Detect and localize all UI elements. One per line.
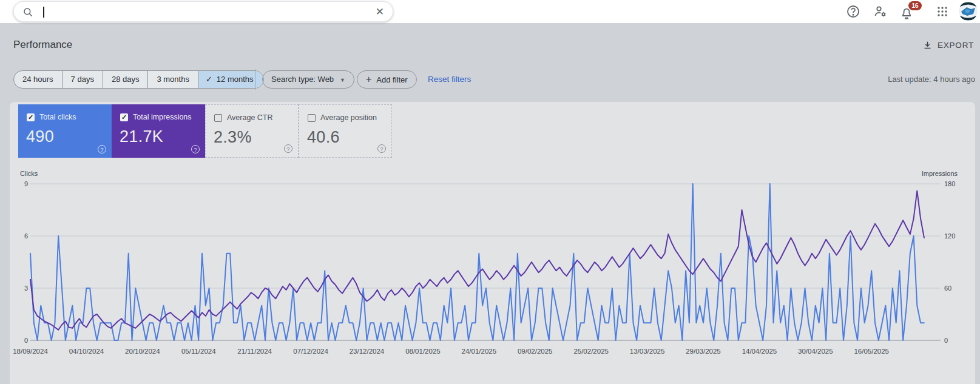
chip-3-months[interactable]: 3 months: [148, 71, 198, 88]
chevron-down-icon: ▼: [340, 77, 345, 83]
avatar[interactable]: [959, 2, 978, 21]
svg-text:20/10/2024: 20/10/2024: [125, 348, 160, 355]
property-search-bar[interactable]: ✕: [13, 1, 393, 22]
svg-text:18/09/2024: 18/09/2024: [13, 348, 48, 355]
svg-text:13/03/2025: 13/03/2025: [630, 348, 665, 355]
svg-text:21/11/2024: 21/11/2024: [237, 348, 272, 355]
performance-line-chart: 0369060120180ClicksImpressions18/09/2024…: [0, 164, 980, 373]
svg-text:Impressions: Impressions: [922, 170, 958, 177]
help-icon[interactable]: ?: [191, 145, 200, 153]
svg-text:9: 9: [24, 180, 28, 187]
plus-icon: +: [366, 74, 371, 84]
svg-text:120: 120: [944, 232, 955, 240]
chip-28-days[interactable]: 28 days: [103, 71, 149, 88]
search-console-performance-page: ✕ 16: [0, 0, 980, 384]
svg-text:25/02/2025: 25/02/2025: [573, 348, 609, 355]
svg-text:14/04/2025: 14/04/2025: [742, 348, 777, 355]
svg-text:60: 60: [944, 285, 951, 292]
chip-24-hours[interactable]: 24 hours: [14, 71, 63, 88]
user-settings-icon[interactable]: [873, 4, 888, 19]
svg-text:24/01/2025: 24/01/2025: [462, 348, 497, 355]
metric-card-average-position[interactable]: Average position 40.6 ?: [299, 104, 392, 158]
metric-label: Total clicks: [39, 113, 76, 121]
svg-text:09/02/2025: 09/02/2025: [518, 348, 553, 355]
help-icon[interactable]: ?: [98, 145, 106, 153]
metric-label: Total impressions: [133, 113, 192, 121]
checkbox-unchecked[interactable]: [308, 114, 316, 122]
chip-7-days[interactable]: 7 days: [63, 71, 103, 88]
page-title: Performance: [13, 39, 72, 51]
svg-text:08/01/2025: 08/01/2025: [405, 348, 441, 355]
checkbox-checked[interactable]: ✓: [27, 113, 35, 121]
add-filter-button[interactable]: +Add filter: [357, 70, 417, 89]
search-type-dropdown[interactable]: Search type: Web▼: [262, 70, 354, 89]
export-button[interactable]: EXPORT: [922, 36, 974, 53]
metric-value: 21.7K: [112, 121, 205, 146]
svg-text:16/05/2025: 16/05/2025: [854, 348, 889, 355]
help-icon[interactable]: [846, 4, 860, 19]
apps-grid-icon[interactable]: [935, 4, 950, 19]
svg-text:6: 6: [24, 232, 28, 240]
help-icon[interactable]: ?: [377, 144, 386, 153]
svg-text:3: 3: [24, 285, 28, 292]
top-app-bar: ✕ 16: [0, 0, 980, 23]
reset-filters-link[interactable]: Reset filters: [428, 75, 471, 84]
text-cursor: [43, 7, 44, 18]
metric-value: 40.6: [299, 122, 391, 147]
metric-card-total-impressions[interactable]: ✓ Total impressions 21.7K ?: [112, 104, 205, 158]
clear-icon[interactable]: ✕: [376, 5, 384, 19]
date-range-chip-group: 24 hours 7 days 28 days 3 months ✓12 mon…: [13, 70, 264, 89]
svg-text:0: 0: [24, 337, 28, 344]
chip-12-months[interactable]: ✓12 months: [198, 71, 263, 88]
checkbox-checked[interactable]: ✓: [120, 113, 128, 121]
search-icon: [22, 7, 33, 18]
check-icon: ✓: [206, 75, 212, 84]
download-icon: [922, 40, 933, 50]
metric-label: Average CTR: [227, 113, 273, 122]
svg-text:Clicks: Clicks: [20, 170, 38, 177]
filter-divider: [255, 69, 256, 90]
metric-card-total-clicks[interactable]: ✓ Total clicks 490 ?: [18, 104, 112, 158]
metric-card-average-ctr[interactable]: Average CTR 2.3% ?: [205, 104, 299, 158]
metric-value: 490: [18, 121, 112, 146]
svg-text:05/11/2024: 05/11/2024: [181, 348, 216, 355]
svg-text:04/10/2024: 04/10/2024: [69, 348, 104, 355]
last-update-text: Last update: 4 hours ago: [888, 75, 975, 84]
metric-value: 2.3%: [206, 122, 298, 147]
svg-text:07/12/2024: 07/12/2024: [293, 348, 328, 355]
svg-text:0: 0: [944, 337, 948, 344]
metric-label: Average position: [320, 113, 377, 122]
svg-text:180: 180: [944, 180, 955, 187]
help-icon[interactable]: ?: [284, 144, 292, 153]
checkbox-unchecked[interactable]: [214, 114, 222, 122]
svg-text:29/03/2025: 29/03/2025: [686, 348, 721, 355]
svg-text:23/12/2024: 23/12/2024: [350, 348, 385, 355]
notification-count-badge: 16: [908, 1, 922, 10]
svg-text:30/04/2025: 30/04/2025: [798, 348, 833, 355]
